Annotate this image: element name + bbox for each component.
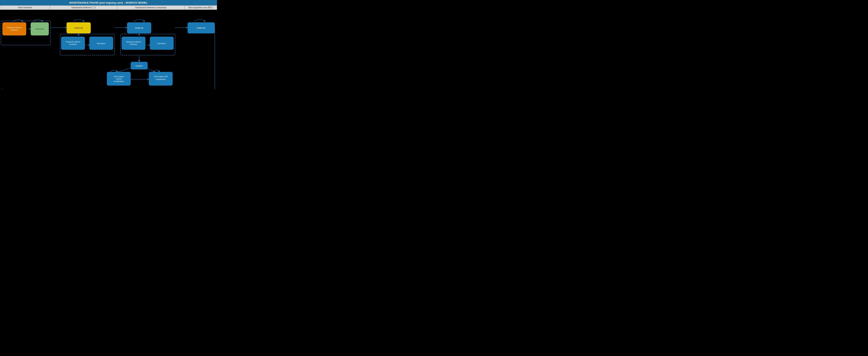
- phase-index: Index treatment: [0, 5, 50, 10]
- bottom-left-line: [2, 88, 139, 89]
- svg-text:without: without: [116, 78, 122, 80]
- phase-subperp: Subsequent treatment in perpetuity: [117, 5, 185, 10]
- self-loop-auc4: [194, 20, 205, 22]
- self-loop-rem1: [33, 20, 43, 22]
- svg-text:remission: remission: [130, 43, 137, 45]
- label-active-uc-4: Active UC: [197, 27, 206, 29]
- svg-text:complication: complication: [114, 80, 124, 82]
- arrow-surg-nocomp: [117, 67, 133, 72]
- diagram-svg: Response without remission Remission Act…: [0, 10, 217, 89]
- label-response-no-rem-1: Response without: [7, 27, 22, 29]
- phase-sub12: Subsequent treatment 1 / 2: [50, 5, 117, 10]
- self-loop-auc2: [73, 20, 84, 22]
- self-loop-auc3: [134, 20, 145, 22]
- label-remission-2: Remission: [97, 42, 105, 44]
- svg-text:remission: remission: [69, 43, 77, 45]
- phase-bsc: Best supportive care (BSC): [185, 5, 217, 10]
- svg-text:complication: complication: [156, 78, 166, 80]
- main-container: MAINTENANCE PHASE (and ongoing care) – M…: [0, 0, 217, 88]
- label-response-no-rem-3: Response without: [126, 41, 141, 43]
- label-post-surg-no-comp: Post surgery: [114, 75, 124, 77]
- label-post-surg-comp: Post surgery with: [154, 75, 167, 77]
- self-loop-nocomp: [111, 70, 117, 72]
- label-surgery: Surgery#: [135, 65, 143, 67]
- label-active-uc-2: Active UC: [74, 27, 83, 29]
- label-active-uc-3: Active UC: [135, 27, 144, 29]
- label-remission-1: Remission: [35, 28, 44, 30]
- diagram-area: Response without remission Remission Act…: [0, 10, 217, 88]
- self-loop-resp1: [13, 20, 23, 22]
- svg-text:remission: remission: [10, 29, 18, 31]
- title-text: MAINTENANCE PHASE (and ongoing care) – M…: [69, 1, 148, 4]
- label-remission-3: Remission: [157, 42, 166, 44]
- label-response-no-rem-2: Response without: [66, 41, 80, 43]
- phase-headers: Index treatment Subsequent treatment 1 /…: [0, 5, 217, 10]
- title-bar: MAINTENANCE PHASE (and ongoing care) – M…: [0, 0, 217, 5]
